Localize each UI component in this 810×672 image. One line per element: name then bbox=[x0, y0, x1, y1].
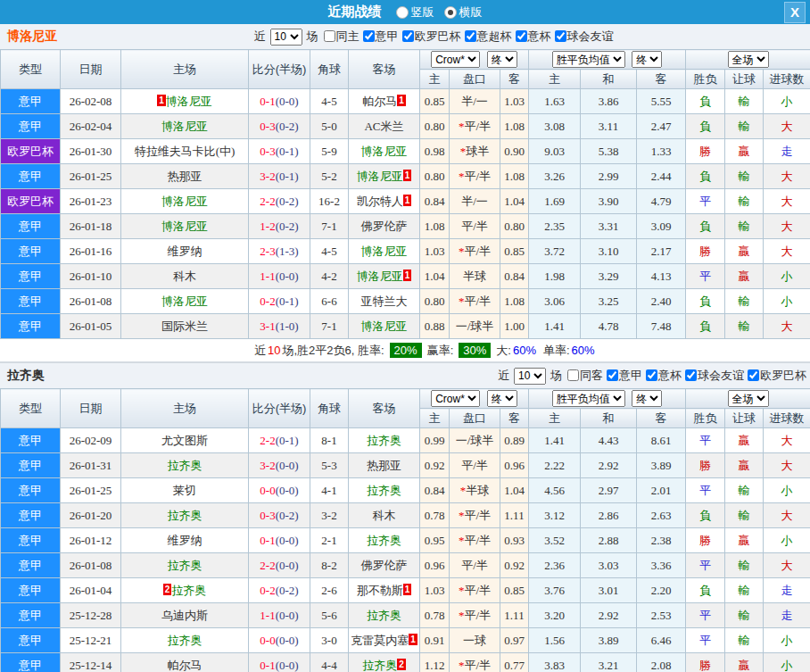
vertical-layout-radio[interactable] bbox=[396, 6, 409, 19]
match-row: 意甲26-02-081博洛尼亚0-1(0-0)4-5帕尔马10.85半/一1.0… bbox=[1, 89, 810, 114]
fulltime-score: 3-2 bbox=[260, 170, 275, 183]
home-team-cell: 尤文图斯 bbox=[121, 428, 249, 453]
home-team-cell: 乌迪内斯 bbox=[121, 603, 249, 628]
filter-checkbox[interactable] bbox=[685, 369, 697, 381]
filter-checkbox[interactable] bbox=[555, 30, 566, 42]
away-team-name: 克雷莫内塞 bbox=[351, 634, 409, 647]
filter-checkbox[interactable] bbox=[607, 369, 618, 381]
filter-checkbox[interactable] bbox=[646, 369, 657, 381]
home-team-name: 博洛尼亚 bbox=[161, 120, 208, 133]
avg-away-odds-cell: 2.20 bbox=[637, 578, 686, 603]
filter-checkbox[interactable] bbox=[567, 369, 579, 381]
handicap-away-odds-cell: 0.77 bbox=[500, 653, 529, 672]
match-date-cell: 26-02-04 bbox=[61, 114, 121, 139]
avg-away-odds-cell: 2.38 bbox=[637, 528, 686, 553]
avg-group-header: 胜平负均值 终 bbox=[529, 389, 686, 409]
filter-checkbox[interactable] bbox=[465, 30, 476, 42]
avg-draw-odds-cell: 2.92 bbox=[581, 603, 637, 628]
match-count-select[interactable]: 10 bbox=[514, 368, 546, 385]
away-team-name: 拉齐奥 bbox=[367, 609, 401, 622]
handicap-cell: 一球 bbox=[450, 628, 500, 653]
home-team-cell: 热那亚 bbox=[121, 164, 249, 189]
filter-group: 同主意甲欧罗巴杯意超杯意杯球会友谊 bbox=[320, 29, 614, 46]
halftime-score: (0-0) bbox=[276, 559, 299, 572]
handicap-cell: 平/半 bbox=[450, 553, 500, 578]
away-team-name: 拉齐奥 bbox=[367, 534, 401, 547]
filter-checkbox[interactable] bbox=[402, 30, 414, 42]
matches-table: 类型 日期 主场 比分(半场) 角球 客场 Crow* 终 胜平负均值 终 全场 bbox=[0, 388, 810, 672]
avg-away-odds-cell: 5.55 bbox=[637, 89, 686, 114]
crow-group-header: Crow* 终 bbox=[420, 389, 529, 409]
away-team-cell: 那不勒斯1 bbox=[349, 578, 420, 603]
goals-result-cell: 大 bbox=[764, 553, 810, 578]
handicap-home-odds-cell: 0.95 bbox=[420, 528, 450, 553]
away-team-cell: 亚特兰大 bbox=[349, 289, 420, 314]
avg-group-header: 胜平负均值 终 bbox=[529, 50, 686, 70]
avg-draw-odds-cell: 3.89 bbox=[581, 628, 637, 653]
goals-result-cell: 大 bbox=[764, 214, 810, 239]
wdl-average-select[interactable]: 胜平负均值 bbox=[552, 51, 625, 68]
match-row: 意甲26-02-04博洛尼亚0-3(0-2)5-0AC米兰0.80*平/半1.0… bbox=[1, 114, 810, 139]
letgoal-result-cell: 輸 bbox=[725, 189, 764, 214]
fulltime-select[interactable]: 全场 bbox=[728, 390, 769, 407]
horizontal-layout-label: 横版 bbox=[459, 4, 483, 21]
col-header-home: 主场 bbox=[121, 50, 249, 89]
filter-checkbox[interactable] bbox=[748, 369, 759, 381]
handicap-away-odds-cell: 1.00 bbox=[500, 314, 529, 339]
winloss-result-cell: 勝 bbox=[686, 239, 725, 264]
filter-checkbox[interactable] bbox=[363, 30, 375, 42]
home-team-name: 博洛尼亚 bbox=[161, 195, 208, 208]
filter-label: 同主 bbox=[336, 29, 360, 45]
away-team-name: 亚特兰大 bbox=[361, 295, 408, 308]
filter-checkbox[interactable] bbox=[516, 30, 527, 42]
final-odds-select[interactable]: 终 bbox=[487, 51, 517, 68]
home-team-name: 维罗纳 bbox=[168, 534, 202, 547]
final-odds-select[interactable]: 终 bbox=[487, 390, 517, 407]
avg-draw-odds-cell: 3.11 bbox=[581, 114, 637, 139]
letgoal-result-cell: 輸 bbox=[725, 89, 764, 114]
filter-checkbox-item: 球会友谊 bbox=[685, 368, 744, 384]
filter-label: 意杯 bbox=[658, 368, 682, 384]
score-cell: 2-2(0-2) bbox=[249, 189, 310, 214]
letgoal-result-cell: 輸 bbox=[725, 478, 764, 503]
filter-label: 欧罗巴杯 bbox=[415, 29, 461, 45]
handicap-name: 平/半 bbox=[464, 120, 491, 133]
handicap-home-odds-cell: 1.04 bbox=[420, 264, 450, 289]
goal-badge: 1 bbox=[403, 584, 412, 595]
handicap-name: 一/球半 bbox=[456, 319, 494, 333]
final-avg-select[interactable]: 终 bbox=[632, 51, 662, 68]
bookmaker-select[interactable]: Crow* bbox=[431, 51, 480, 68]
avg-home-odds-cell: 3.20 bbox=[529, 603, 581, 628]
goal-badge: 1 bbox=[397, 95, 406, 106]
fulltime-score: 3-2 bbox=[260, 459, 275, 472]
match-count-select[interactable]: 10 bbox=[270, 29, 302, 46]
score-cell: 0-3(0-2) bbox=[249, 503, 310, 528]
match-row: 欧罗巴杯26-01-23博洛尼亚2-2(0-2)16-2凯尔特人10.84半/一… bbox=[1, 189, 810, 214]
record-summary: 近10场,胜2平2负6, 胜率:20%赢率:30%大:60%单率:60% bbox=[0, 339, 810, 361]
letgoal-result-cell: 輸 bbox=[725, 214, 764, 239]
handicap-cell: 半/一 bbox=[450, 189, 500, 214]
filter-checkbox[interactable] bbox=[324, 30, 335, 42]
match-row: 意甲25-12-14帕尔马0-1(0-0)4-4拉齐奥21.12*平/半0.77… bbox=[1, 653, 810, 672]
score-cell: 3-1(1-0) bbox=[249, 314, 310, 339]
match-type-cell: 意甲 bbox=[1, 528, 61, 553]
bookmaker-select[interactable]: Crow* bbox=[431, 390, 480, 407]
final-avg-select[interactable]: 终 bbox=[632, 390, 662, 407]
winloss-result-cell: 勝 bbox=[686, 453, 725, 478]
away-team-cell: AC米兰 bbox=[349, 114, 420, 139]
filter-label: 意甲 bbox=[619, 368, 642, 384]
score-cell: 2-2(0-1) bbox=[249, 428, 310, 453]
handicap-home-odds-cell: 0.91 bbox=[420, 628, 450, 653]
wdl-average-select[interactable]: 胜平负均值 bbox=[552, 390, 625, 407]
handicap-cell: 一/球半 bbox=[450, 314, 500, 339]
close-button[interactable]: X bbox=[784, 2, 806, 23]
goals-result-cell: 大 bbox=[764, 503, 810, 528]
match-type-cell: 意甲 bbox=[1, 214, 61, 239]
handicap-away-odds-cell: 0.80 bbox=[500, 214, 529, 239]
horizontal-layout-radio[interactable] bbox=[444, 6, 457, 19]
fulltime-select[interactable]: 全场 bbox=[728, 51, 769, 68]
home-team-cell: 1博洛尼亚 bbox=[121, 89, 249, 114]
avg-away-odds-cell: 3.36 bbox=[637, 553, 686, 578]
match-date-cell: 26-01-30 bbox=[61, 139, 121, 164]
handicap-away-odds-cell: 1.08 bbox=[500, 114, 529, 139]
